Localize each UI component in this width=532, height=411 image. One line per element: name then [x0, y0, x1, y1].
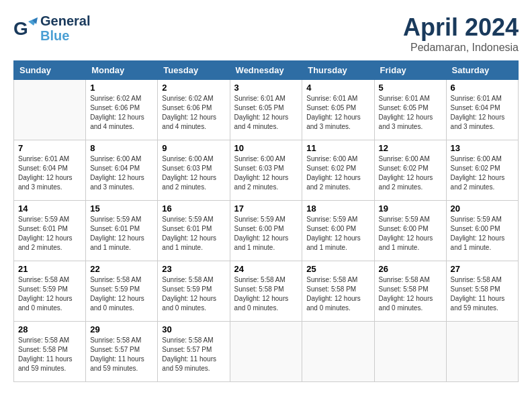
weekday-friday: Friday: [374, 61, 446, 80]
day-info: Sunrise: 6:01 AM Sunset: 6:05 PM Dayligh…: [234, 94, 298, 132]
week-row-4: 21Sunrise: 5:58 AM Sunset: 5:59 PM Dayli…: [14, 261, 519, 322]
day-number: 29: [90, 324, 153, 334]
day-info: Sunrise: 6:01 AM Sunset: 6:05 PM Dayligh…: [379, 94, 442, 132]
day-number: 9: [162, 143, 225, 153]
day-info: Sunrise: 5:59 AM Sunset: 6:00 PM Dayligh…: [451, 215, 514, 253]
day-cell: [446, 322, 518, 382]
day-cell: 11Sunrise: 6:00 AM Sunset: 6:02 PM Dayli…: [302, 140, 374, 201]
logo-icon: G: [13, 16, 38, 40]
logo-general: General: [40, 13, 90, 28]
day-number: 8: [90, 143, 153, 153]
day-cell: 23Sunrise: 5:58 AM Sunset: 5:59 PM Dayli…: [158, 261, 230, 322]
day-info: Sunrise: 5:58 AM Sunset: 5:58 PM Dayligh…: [379, 275, 442, 313]
day-number: 13: [451, 143, 514, 153]
day-cell: [374, 322, 446, 382]
day-info: Sunrise: 6:00 AM Sunset: 6:03 PM Dayligh…: [234, 154, 298, 192]
day-number: 11: [306, 143, 369, 153]
day-cell: 19Sunrise: 5:59 AM Sunset: 6:00 PM Dayli…: [374, 201, 446, 261]
day-cell: 18Sunrise: 5:59 AM Sunset: 6:00 PM Dayli…: [302, 201, 374, 261]
day-info: Sunrise: 6:01 AM Sunset: 6:04 PM Dayligh…: [451, 94, 514, 132]
weekday-thursday: Thursday: [302, 61, 374, 80]
day-info: Sunrise: 5:58 AM Sunset: 5:57 PM Dayligh…: [90, 336, 153, 373]
day-number: 2: [162, 83, 225, 93]
week-row-2: 7Sunrise: 6:01 AM Sunset: 6:04 PM Daylig…: [14, 140, 519, 201]
day-number: 14: [18, 203, 81, 214]
week-row-1: 1Sunrise: 6:02 AM Sunset: 6:06 PM Daylig…: [14, 80, 519, 140]
day-number: 1: [90, 83, 153, 93]
week-row-5: 28Sunrise: 5:58 AM Sunset: 5:58 PM Dayli…: [14, 322, 519, 382]
location: Pedamaran, Indonesia: [403, 42, 519, 54]
day-number: 24: [234, 264, 298, 274]
day-info: Sunrise: 5:59 AM Sunset: 6:00 PM Dayligh…: [306, 215, 369, 253]
day-info: Sunrise: 6:00 AM Sunset: 6:02 PM Dayligh…: [379, 154, 442, 192]
day-number: 19: [379, 203, 442, 214]
day-info: Sunrise: 5:59 AM Sunset: 6:01 PM Dayligh…: [18, 215, 81, 253]
logo-text-line1: General: [40, 13, 90, 28]
day-info: Sunrise: 6:00 AM Sunset: 6:04 PM Dayligh…: [90, 154, 153, 192]
day-cell: 16Sunrise: 5:59 AM Sunset: 6:01 PM Dayli…: [158, 201, 230, 261]
title-area: April 2024 Pedamaran, Indonesia: [403, 13, 519, 54]
day-info: Sunrise: 6:00 AM Sunset: 6:02 PM Dayligh…: [306, 154, 369, 192]
header: G General Blue April 2024 Pedamaran, Ind…: [13, 13, 519, 54]
day-cell: 8Sunrise: 6:00 AM Sunset: 6:04 PM Daylig…: [86, 140, 158, 201]
weekday-monday: Monday: [86, 61, 158, 80]
day-number: 12: [379, 143, 442, 153]
weekday-sunday: Sunday: [14, 61, 86, 80]
day-info: Sunrise: 5:58 AM Sunset: 5:58 PM Dayligh…: [306, 275, 369, 313]
day-number: 15: [90, 203, 153, 214]
day-cell: 12Sunrise: 6:00 AM Sunset: 6:02 PM Dayli…: [374, 140, 446, 201]
day-info: Sunrise: 5:59 AM Sunset: 6:01 PM Dayligh…: [90, 215, 153, 253]
day-cell: 15Sunrise: 5:59 AM Sunset: 6:01 PM Dayli…: [86, 201, 158, 261]
day-cell: 25Sunrise: 5:58 AM Sunset: 5:58 PM Dayli…: [302, 261, 374, 322]
day-info: Sunrise: 5:59 AM Sunset: 6:01 PM Dayligh…: [162, 215, 225, 253]
day-number: 22: [90, 264, 153, 274]
day-cell: 13Sunrise: 6:00 AM Sunset: 6:02 PM Dayli…: [446, 140, 518, 201]
day-info: Sunrise: 6:00 AM Sunset: 6:03 PM Dayligh…: [162, 154, 225, 192]
day-cell: 2Sunrise: 6:02 AM Sunset: 6:06 PM Daylig…: [158, 80, 230, 140]
day-number: 10: [234, 143, 298, 153]
day-cell: 17Sunrise: 5:59 AM Sunset: 6:00 PM Dayli…: [230, 201, 302, 261]
logo-text-line2: Blue: [40, 28, 90, 43]
day-info: Sunrise: 5:58 AM Sunset: 5:58 PM Dayligh…: [18, 336, 81, 373]
day-number: 25: [306, 264, 369, 274]
day-cell: 9Sunrise: 6:00 AM Sunset: 6:03 PM Daylig…: [158, 140, 230, 201]
day-info: Sunrise: 6:02 AM Sunset: 6:06 PM Dayligh…: [90, 94, 153, 132]
day-cell: 20Sunrise: 5:59 AM Sunset: 6:00 PM Dayli…: [446, 201, 518, 261]
day-number: 18: [306, 203, 369, 214]
day-cell: 21Sunrise: 5:58 AM Sunset: 5:59 PM Dayli…: [14, 261, 86, 322]
day-number: 27: [451, 264, 514, 274]
day-info: Sunrise: 5:58 AM Sunset: 5:57 PM Dayligh…: [162, 336, 225, 373]
day-number: 7: [18, 143, 81, 153]
day-info: Sunrise: 5:59 AM Sunset: 6:00 PM Dayligh…: [234, 215, 298, 253]
day-number: 23: [162, 264, 225, 274]
month-title: April 2024: [403, 13, 519, 42]
day-number: 4: [306, 83, 369, 93]
day-number: 6: [451, 83, 514, 93]
day-number: 26: [379, 264, 442, 274]
day-cell: 1Sunrise: 6:02 AM Sunset: 6:06 PM Daylig…: [86, 80, 158, 140]
day-cell: 7Sunrise: 6:01 AM Sunset: 6:04 PM Daylig…: [14, 140, 86, 201]
day-cell: 6Sunrise: 6:01 AM Sunset: 6:04 PM Daylig…: [446, 80, 518, 140]
day-cell: 5Sunrise: 6:01 AM Sunset: 6:05 PM Daylig…: [374, 80, 446, 140]
day-number: 21: [18, 264, 81, 274]
weekday-tuesday: Tuesday: [158, 61, 230, 80]
day-cell: 22Sunrise: 5:58 AM Sunset: 5:59 PM Dayli…: [86, 261, 158, 322]
day-info: Sunrise: 6:00 AM Sunset: 6:02 PM Dayligh…: [451, 154, 514, 192]
day-info: Sunrise: 5:58 AM Sunset: 5:59 PM Dayligh…: [18, 275, 81, 313]
day-info: Sunrise: 6:01 AM Sunset: 6:05 PM Dayligh…: [306, 94, 369, 132]
day-cell: [14, 80, 86, 140]
day-number: 17: [234, 203, 298, 214]
day-info: Sunrise: 5:58 AM Sunset: 5:59 PM Dayligh…: [90, 275, 153, 313]
day-cell: 30Sunrise: 5:58 AM Sunset: 5:57 PM Dayli…: [158, 322, 230, 382]
day-info: Sunrise: 5:58 AM Sunset: 5:58 PM Dayligh…: [451, 275, 514, 313]
weekday-wednesday: Wednesday: [230, 61, 302, 80]
day-info: Sunrise: 5:58 AM Sunset: 5:58 PM Dayligh…: [234, 275, 298, 313]
day-info: Sunrise: 6:01 AM Sunset: 6:04 PM Dayligh…: [18, 154, 81, 192]
day-number: 5: [379, 83, 442, 93]
day-cell: 4Sunrise: 6:01 AM Sunset: 6:05 PM Daylig…: [302, 80, 374, 140]
day-cell: 27Sunrise: 5:58 AM Sunset: 5:58 PM Dayli…: [446, 261, 518, 322]
weekday-header-row: SundayMondayTuesdayWednesdayThursdayFrid…: [14, 61, 519, 80]
day-number: 28: [18, 324, 81, 334]
day-cell: [230, 322, 302, 382]
day-cell: 10Sunrise: 6:00 AM Sunset: 6:03 PM Dayli…: [230, 140, 302, 201]
